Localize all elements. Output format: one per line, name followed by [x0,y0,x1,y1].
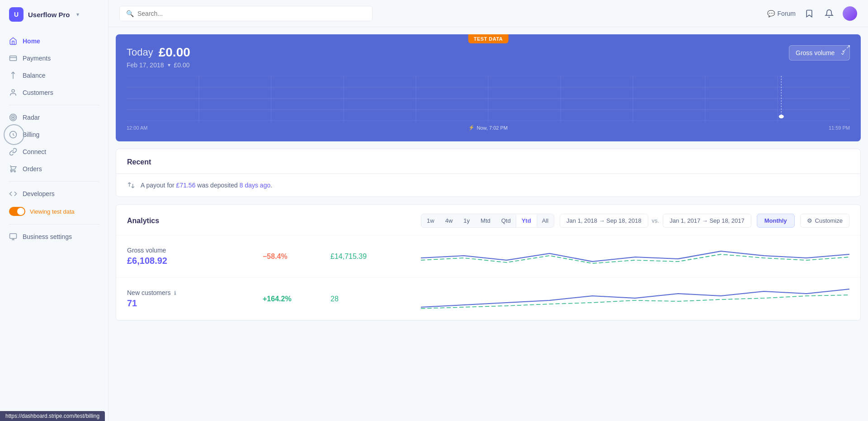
sidebar-item-label: Connect [23,148,46,155]
revenue-chart-section: TEST DATA Today £0.00 Feb 17, 2018 ▾ £0.… [116,34,861,141]
svg-line-28 [843,49,846,52]
metric-label: New customers ℹ [127,289,263,296]
nav-divider-2 [9,181,99,182]
sidebar-item-label: Developers [23,190,55,197]
test-data-badge: TEST DATA [468,34,509,43]
recent-section-header: Recent [116,149,860,174]
notifications-icon[interactable] [823,7,835,20]
metric-value: £6,108.92 [127,256,263,266]
sidebar-item-label: Radar [23,114,40,121]
info-icon[interactable]: ℹ [174,290,176,296]
sidebar-item-radar[interactable]: Radar [0,109,108,126]
radar-icon [9,113,17,122]
payments-icon [9,54,17,62]
new-customers-metric-row: New customers ℹ 71 +164.2% 28 [116,278,860,320]
metric-mini-chart-2 [421,287,849,311]
timeline-now-label: ⚡ Now, 7:02 PM [468,125,507,131]
chevron-down-icon: ▾ [76,11,79,18]
recent-section: Recent A payout for £71.56 was deposited… [116,149,861,197]
avatar[interactable] [843,6,857,21]
bookmarks-icon[interactable] [803,7,816,20]
chart-amount: £0.00 [159,45,190,60]
payout-arrows-icon [127,181,135,189]
metric-compare: 28 [330,295,421,303]
metric-mini-chart [421,244,849,268]
gross-volume-select-wrapper[interactable]: Gross volume [789,45,850,61]
recent-payout-text: A payout for £71.56 was deposited 8 days… [141,182,272,189]
sidebar: U Userflow Pro ▾ Home Payments Balance [0,0,108,421]
svg-point-26 [779,115,784,118]
customers-icon [9,89,17,97]
chart-area [127,76,850,121]
sidebar-item-label: Business settings [23,233,72,240]
chart-header: Today £0.00 Feb 17, 2018 ▾ £0.00 Gross v… [127,45,850,69]
sidebar-item-customers[interactable]: Customers [0,84,108,101]
payout-amount-link[interactable]: £71.56 [176,182,196,189]
sidebar-item-label: Balance [23,72,46,79]
chart-title-area: Today £0.00 Feb 17, 2018 ▾ £0.00 [127,45,190,69]
metric-info: Gross volume £6,108.92 [127,247,263,266]
svg-point-3 [12,89,14,92]
sidebar-item-orders[interactable]: Orders [0,160,108,178]
app-logo[interactable]: U Userflow Pro ▾ [0,0,108,29]
sidebar-item-balance[interactable]: Balance [0,67,108,84]
days-ago-text: 8 days ago [240,182,271,189]
analytics-header: Analytics 1w 4w 1y Mtd Qtd Ytd All Jan 1 [116,205,860,235]
test-data-toggle[interactable] [9,207,25,216]
period-btn-4w[interactable]: 4w [440,214,458,227]
period-buttons-group: 1w 4w 1y Mtd Qtd Ytd All [421,214,554,228]
recent-title: Recent [127,158,151,166]
period-btn-ytd[interactable]: Ytd [516,214,537,227]
date-range-group: Jan 1, 2018 → Sep 18, 2018 vs. Jan 1, 20… [560,214,751,228]
today-label: Today [127,47,153,58]
billing-icon [9,131,17,139]
developers-icon [9,190,17,198]
connect-icon [9,148,17,156]
period-btn-all[interactable]: All [537,214,554,227]
metric-info: New customers ℹ 71 [127,289,263,309]
date-chevron-icon[interactable]: ▾ [168,62,170,68]
svg-rect-8 [10,234,17,239]
nav-divider-3 [9,224,99,225]
sidebar-item-payments[interactable]: Payments [0,50,108,67]
sidebar-item-business-settings[interactable]: Business settings [0,228,108,245]
logo-icon: U [9,7,24,22]
gross-volume-select[interactable]: Gross volume [789,45,850,61]
sidebar-item-home[interactable]: Home [0,33,108,50]
expand-chart-icon[interactable] [843,45,850,54]
top-header: 🔍 💬 Forum [108,0,868,27]
period-btn-mtd[interactable]: Mtd [475,214,496,227]
gross-volume-metric-row: Gross volume £6,108.92 −58.4% £14,715.39 [116,235,860,278]
svg-point-5 [11,116,15,120]
settings-icon: ⚙ [807,217,812,224]
sidebar-item-developers[interactable]: Developers [0,185,108,202]
timeline-start-label: 12:00 AM [127,125,147,131]
sidebar-item-billing[interactable]: Billing [0,126,108,143]
toggle-label: Viewing test data [30,208,75,215]
search-bar[interactable]: 🔍 [119,6,373,21]
svg-line-27 [847,46,849,48]
forum-icon: 💬 [767,10,775,17]
period-btn-qtd[interactable]: Qtd [496,214,516,227]
test-data-toggle-section: Viewing test data [0,202,108,220]
sidebar-item-connect[interactable]: Connect [0,143,108,160]
chart-timeline: 12:00 AM ⚡ Now, 7:02 PM 11:59 PM [127,125,850,131]
current-date-range[interactable]: Jan 1, 2018 → Sep 18, 2018 [560,214,648,228]
previous-date-range[interactable]: Jan 1, 2017 → Sep 18, 2017 [663,214,751,228]
analytics-title: Analytics [127,217,159,225]
search-input[interactable] [137,10,366,17]
monthly-button[interactable]: Monthly [757,214,795,228]
main-content: 🔍 💬 Forum TEST DATA [108,0,868,421]
period-btn-1y[interactable]: 1y [458,214,475,227]
period-btn-1w[interactable]: 1w [421,214,440,227]
sidebar-item-label: Billing [23,131,39,138]
metric-change: −58.4% [263,253,330,261]
nav-divider [9,105,99,105]
metric-compare: £14,715.39 [330,253,421,261]
svg-point-6 [13,117,14,118]
customize-button[interactable]: ⚙ Customize [800,214,849,228]
sidebar-item-label: Payments [23,55,51,62]
chart-date: Feb 17, 2018 [127,61,164,69]
sidebar-item-label: Orders [23,165,42,173]
forum-button[interactable]: 💬 Forum [767,10,796,17]
